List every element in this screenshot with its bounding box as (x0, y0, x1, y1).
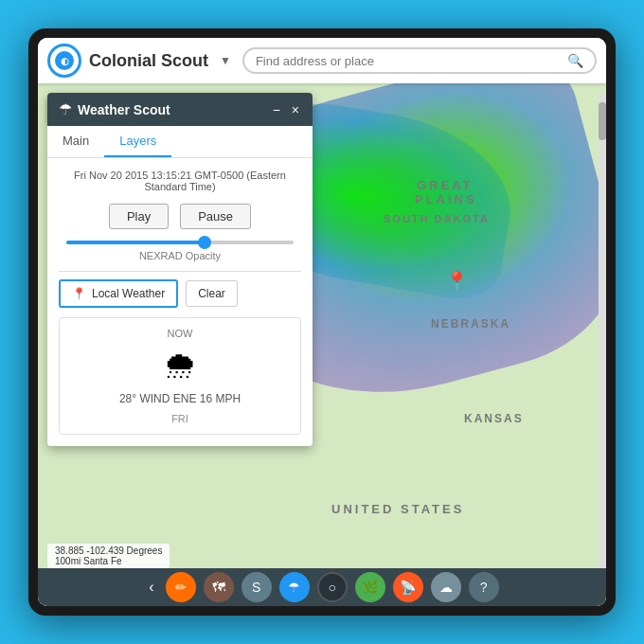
rss-icon: 📡 (400, 580, 416, 595)
map-label-kansas: KANSAS (464, 412, 524, 425)
panel-body: Fri Nov 20 2015 13:15:21 GMT-0500 (Easte… (47, 158, 313, 446)
divider-1 (59, 271, 301, 272)
location-pin: 📍 (445, 270, 469, 293)
toolbar-weather-icon[interactable]: ☂ (279, 572, 310, 602)
slider-thumb[interactable] (198, 236, 211, 249)
map-label-us: UNITED STATES (331, 502, 464, 516)
app-logo-inner: ◐ (55, 51, 74, 70)
toolbar-cloud-icon[interactable]: ☁ (431, 572, 461, 602)
play-button[interactable]: Play (109, 204, 169, 229)
slider-label: NEXRAD Opacity (59, 250, 301, 261)
now-label: NOW (69, 328, 291, 339)
search-icon[interactable]: 🔍 (567, 53, 583, 68)
edit-icon: ✏ (175, 580, 187, 595)
clear-button[interactable]: Clear (186, 280, 238, 307)
local-weather-button[interactable]: 📍 Local Weather (59, 279, 178, 308)
map-icon: 🗺 (212, 580, 225, 595)
tablet-screen: BADLANDS GREAT PLAINS SOUTH DAKOTA NEBRA… (38, 38, 606, 606)
search-input[interactable] (256, 54, 567, 68)
tab-layers[interactable]: Layers (104, 126, 171, 157)
toolbar-map-icon[interactable]: 🗺 (204, 572, 234, 602)
weather-panel: ☂ Weather Scout − × Main Layers Fri Nov … (47, 93, 313, 446)
circle-icon: ○ (328, 580, 335, 595)
search-bar[interactable]: 🔍 (242, 47, 597, 74)
app-logo[interactable]: ◐ (47, 44, 81, 78)
panel-title-row: ☂ Weather Scout (59, 100, 170, 118)
weather-description: 28° WIND ENE 16 MPH (69, 392, 291, 405)
coordinates-bar: 38.885 -102.439 Degrees 100mi Santa Fe (47, 544, 170, 568)
pause-button[interactable]: Pause (180, 204, 251, 229)
panel-tabs: Main Layers (47, 126, 313, 158)
app-dropdown-button[interactable]: ▼ (216, 52, 235, 69)
panel-minimize-button[interactable]: − (271, 102, 282, 117)
weather-toolbar-icon: ☂ (288, 580, 300, 595)
day-label: FRI (69, 413, 291, 424)
local-weather-label: Local Weather (92, 287, 165, 300)
bottom-toolbar: ‹ ✏ 🗺 S ☂ ○ 🌿 📡 ☁ (38, 568, 606, 606)
slider-fill (66, 241, 203, 244)
s-icon: S (252, 580, 260, 595)
cloud-icon: ☁ (439, 580, 453, 595)
opacity-slider-container (59, 241, 301, 244)
leaf-icon: 🌿 (362, 580, 378, 595)
panel-header: ☂ Weather Scout − × (47, 93, 313, 126)
toolbar-rss-icon[interactable]: 📡 (393, 572, 423, 602)
toolbar-help-icon[interactable]: ? (469, 572, 499, 602)
local-weather-row: 📍 Local Weather Clear (59, 279, 301, 308)
coordinates-text: 38.885 -102.439 Degrees (55, 546, 162, 556)
toolbar-leaf-icon[interactable]: 🌿 (355, 572, 385, 602)
panel-close-button[interactable]: × (290, 102, 301, 117)
weather-condition-icon: 🌨 (69, 347, 291, 386)
tablet-frame: BADLANDS GREAT PLAINS SOUTH DAKOTA NEBRA… (28, 28, 616, 616)
panel-controls: − × (271, 102, 301, 117)
map-scale-text: 100mi Santa Fe (55, 556, 122, 566)
weather-now-box: NOW 🌨 28° WIND ENE 16 MPH FRI (59, 317, 301, 435)
nav-back-button[interactable]: ‹ (145, 579, 157, 596)
logo-symbol: ◐ (61, 56, 69, 66)
toolbar-edit-icon[interactable]: ✏ (166, 572, 196, 602)
slider-track[interactable] (66, 241, 294, 244)
toolbar-circle-icon[interactable]: ○ (317, 572, 348, 602)
panel-title: Weather Scout (78, 102, 170, 117)
toolbar-s-icon[interactable]: S (242, 572, 272, 602)
panel-title-icon: ☂ (59, 100, 72, 118)
tab-main[interactable]: Main (47, 126, 104, 157)
play-controls: Play Pause (59, 204, 301, 229)
datetime-text: Fri Nov 20 2015 13:15:21 GMT-0500 (Easte… (59, 170, 301, 192)
local-weather-icon: 📍 (72, 287, 86, 300)
scroll-thumb[interactable] (599, 102, 606, 140)
help-icon: ? (480, 580, 488, 595)
scroll-bar[interactable] (599, 93, 606, 568)
top-bar: ◐ Colonial Scout ▼ 🔍 (38, 38, 606, 83)
app-title: Colonial Scout (89, 51, 208, 71)
